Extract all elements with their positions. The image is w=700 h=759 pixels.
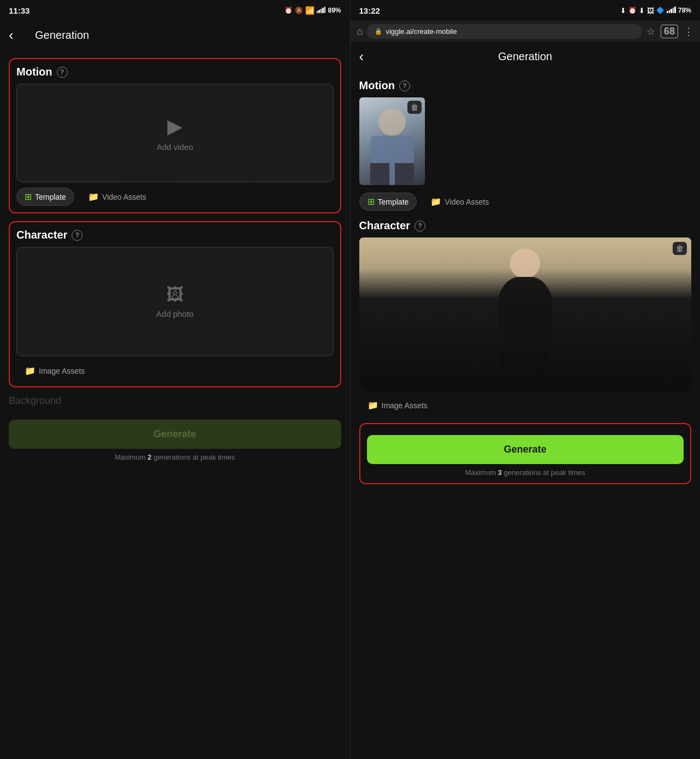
wifi-icon: 📶: [305, 6, 314, 15]
left-character-title: Character: [16, 229, 67, 241]
left-video-upload-text: Add video: [156, 142, 193, 152]
right-motion-header: Motion ?: [359, 79, 692, 92]
right-template-icon: ⊞: [368, 196, 375, 207]
right-character-help[interactable]: ?: [415, 221, 425, 231]
left-image-assets-tab[interactable]: 📁 Image Assets: [16, 362, 93, 380]
left-background-title: Background: [9, 390, 61, 412]
right-generate-note-suffix: generations at peak times: [502, 468, 585, 477]
right-nav-bar: ‹ Generation: [351, 42, 701, 71]
left-character-header: Character ?: [16, 229, 334, 241]
left-motion-header: Motion ?: [16, 66, 334, 78]
left-image-assets-label: Image Assets: [39, 367, 85, 375]
right-page-title: Generation: [377, 50, 674, 63]
right-character-section: Character ? 🗑: [359, 219, 692, 414]
left-photo-upload-area[interactable]: 🖼 Add photo: [16, 247, 334, 356]
left-generate-note-prefix: Maximum: [115, 453, 148, 461]
right-motion-delete-button[interactable]: 🗑: [407, 101, 422, 114]
alarm-icon: ⏰: [284, 7, 293, 14]
left-time: 11:33: [9, 6, 30, 15]
right-image-assets-tab[interactable]: 📁 Image Assets: [359, 396, 436, 414]
right-bluetooth-icon: 🔷: [656, 7, 664, 14]
right-generate-note: Maximum 3 generations at peak times: [367, 468, 684, 477]
left-character-section: Character ? 🖼 Add photo 📁 Image Assets: [9, 221, 341, 387]
right-video-assets-icon: 📁: [430, 196, 441, 207]
left-status-bar: 11:33 ⏰ 🔕 📶 89%: [0, 0, 350, 21]
right-character-tabs: 📁 Image Assets: [359, 396, 692, 414]
left-motion-title: Motion: [16, 66, 52, 78]
left-image-assets-icon: 📁: [25, 366, 36, 376]
right-content: Motion ? 🗑 ⊞: [351, 71, 701, 759]
left-status-icons: ⏰ 🔕 📶 89%: [284, 6, 341, 15]
right-video-assets-tab[interactable]: 📁 Video Assets: [422, 193, 497, 211]
left-character-tabs: 📁 Image Assets: [16, 362, 334, 380]
left-template-label: Template: [35, 193, 66, 201]
right-character-header: Character ?: [359, 219, 692, 232]
left-motion-section: Motion ? ▶ Add video ⊞ Template 📁: [9, 58, 341, 213]
left-video-upload-icon: ▶: [167, 115, 183, 138]
left-photo-upload-icon: 🖼: [166, 285, 184, 305]
left-template-icon: ⊞: [25, 192, 32, 202]
browser-menu-icon[interactable]: ⋮: [684, 26, 693, 38]
left-generate-note-number: 2: [148, 453, 151, 461]
right-signal-icon: [667, 7, 676, 15]
left-generate-note: Maximum 2 generations at peak times: [9, 453, 341, 461]
right-template-tab[interactable]: ⊞ Template: [359, 193, 417, 211]
left-video-assets-icon: 📁: [88, 192, 99, 202]
browser-star-icon[interactable]: ☆: [646, 26, 655, 38]
browser-icons: ☆ 68 ⋮: [646, 25, 693, 38]
left-motion-help[interactable]: ?: [57, 67, 68, 78]
right-character-title: Character: [359, 219, 410, 232]
left-photo-upload-text: Add photo: [156, 309, 194, 318]
right-motion-tabs: ⊞ Template 📁 Video Assets: [359, 193, 692, 211]
battery-text: 89%: [328, 7, 341, 14]
signal-icon: [317, 7, 326, 15]
browser-url-text: viggle.ai/create-mobile: [386, 27, 634, 36]
right-generate-note-number: 3: [498, 468, 501, 477]
left-generate-button[interactable]: Generate: [9, 420, 341, 449]
right-time: 13:22: [359, 6, 380, 15]
left-page-title: Generation: [26, 21, 324, 49]
right-motion-image-wrapper: 🗑: [359, 97, 425, 185]
right-generate-button[interactable]: Generate: [367, 435, 684, 464]
right-image-assets-label: Image Assets: [382, 401, 428, 410]
browser-home-icon[interactable]: ⌂: [357, 26, 363, 37]
right-generate-note-prefix: Maximum: [465, 468, 498, 477]
right-status-icons: ⬇ ⏰ ⬇ 🖼 🔷 78%: [620, 7, 691, 15]
right-character-delete-button[interactable]: 🗑: [673, 242, 687, 255]
left-video-upload-area[interactable]: ▶ Add video: [16, 84, 334, 182]
right-battery-text: 78%: [678, 7, 691, 14]
right-generate-section: Generate Maximum 3 generations at peak t…: [359, 423, 692, 484]
right-phone-screen: 13:22 ⬇ ⏰ ⬇ 🖼 🔷 78%: [351, 0, 701, 759]
right-photo-icon: 🖼: [647, 7, 654, 15]
left-phone-screen: 11:33 ⏰ 🔕 📶 89% ‹ G: [0, 0, 351, 759]
right-character-image-wrapper: 🗑: [359, 237, 692, 391]
left-back-button[interactable]: ‹: [9, 27, 26, 44]
browser-lock-icon: 🔒: [375, 28, 382, 35]
left-video-assets-label: Video Assets: [102, 193, 147, 201]
left-motion-tabs: ⊞ Template 📁 Video Assets: [16, 188, 334, 206]
left-nav-bar: ‹ Generation: [0, 21, 350, 49]
right-image-assets-icon: 📁: [368, 400, 378, 410]
right-motion-title: Motion: [359, 79, 395, 92]
right-status-bar: 13:22 ⬇ ⏰ ⬇ 🖼 🔷 78%: [351, 0, 701, 21]
right-alarm-icon: ⏰: [628, 7, 637, 14]
right-template-label: Template: [378, 198, 409, 206]
right-download2-icon: ⬇: [639, 7, 645, 15]
right-video-assets-label: Video Assets: [445, 198, 489, 206]
right-back-button[interactable]: ‹: [359, 48, 377, 65]
right-character-image: [359, 237, 692, 391]
left-template-tab[interactable]: ⊞ Template: [16, 188, 74, 206]
left-background-section: Background: [9, 395, 341, 407]
right-download-icon: ⬇: [620, 7, 626, 15]
browser-bar: ⌂ 🔒 viggle.ai/create-mobile ☆ 68 ⋮: [351, 21, 701, 42]
left-character-help[interactable]: ?: [72, 230, 83, 241]
right-motion-help[interactable]: ?: [399, 80, 410, 91]
right-motion-section: Motion ? 🗑 ⊞: [359, 79, 692, 211]
left-generate-note-suffix: generations at peak times: [151, 453, 235, 461]
left-content: Motion ? ▶ Add video ⊞ Template 📁: [0, 49, 350, 759]
left-video-assets-tab[interactable]: 📁 Video Assets: [80, 188, 155, 206]
mute-icon: 🔕: [295, 7, 303, 14]
browser-tabs-badge[interactable]: 68: [661, 25, 678, 38]
browser-url-bar[interactable]: 🔒 viggle.ai/create-mobile: [367, 24, 642, 39]
